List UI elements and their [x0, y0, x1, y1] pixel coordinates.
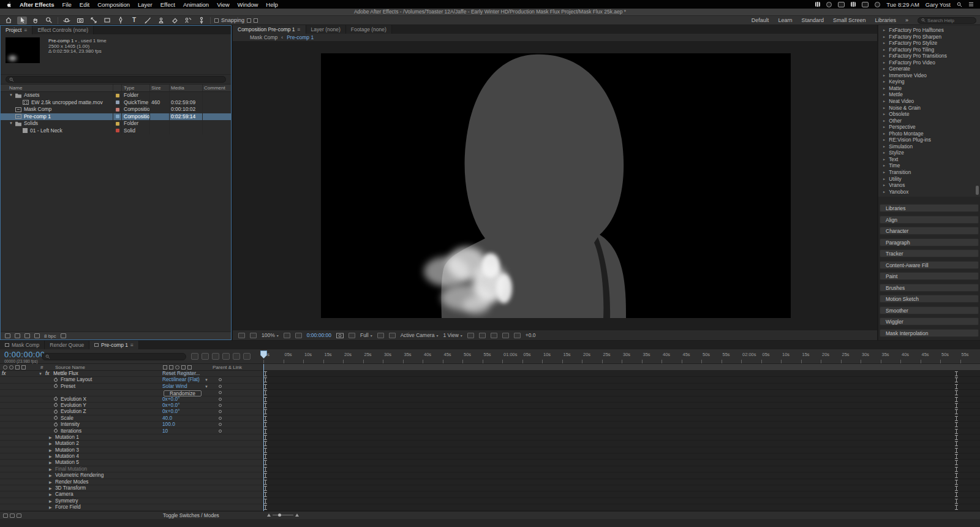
reset-exposure-icon[interactable]	[514, 333, 521, 338]
menubar-item[interactable]: After Effects	[20, 1, 55, 8]
property-label[interactable]: Preset	[61, 384, 75, 390]
property-group-row[interactable]: ▶ Final Mutation	[0, 466, 980, 472]
workspace-overflow-button[interactable]: »	[905, 17, 908, 23]
property-group-row[interactable]: ▶ Mutation 5	[0, 460, 980, 466]
pen-tool-icon[interactable]	[116, 17, 126, 25]
panel-menu-icon[interactable]: ≡	[130, 342, 134, 348]
effects-category-row[interactable]: Noise & Grain	[878, 105, 980, 112]
toggle-switches-modes-button[interactable]: Toggle Switches / Modes	[163, 512, 219, 520]
effect-property-row[interactable]: Frame Layout Rectilinear (Flat) ▼	[0, 377, 980, 383]
item-name[interactable]: Assets	[24, 92, 40, 99]
twirl-right-icon[interactable]: ▶	[49, 441, 52, 447]
zoom-thumb[interactable]	[278, 514, 281, 517]
resolution-dropdown[interactable]: Full▾	[360, 332, 372, 338]
collapsed-panel-header[interactable]: Brushes	[880, 284, 979, 292]
label-color-swatch[interactable]	[116, 129, 119, 132]
group-label[interactable]: 3D Transform	[55, 485, 86, 491]
twirl-right-icon[interactable]: ▶	[49, 473, 52, 479]
property-value[interactable]: Solar Wind	[162, 384, 187, 390]
effect-property-row[interactable]: Intensity 100.0 ▼	[0, 422, 980, 428]
motion-blur-column-icon[interactable]	[187, 365, 192, 370]
workspace-button[interactable]: Libraries	[875, 17, 896, 23]
playhead-line[interactable]	[263, 364, 264, 511]
puppet-pin-tool-icon[interactable]	[197, 17, 206, 25]
brush-tool-icon[interactable]	[143, 17, 153, 25]
effects-category-row[interactable]: Neat Video	[878, 98, 980, 105]
effect-property-row[interactable]: Scale 40.0 ▼	[0, 415, 980, 422]
effect-register-button[interactable]: Register...	[177, 371, 200, 377]
effects-category-row[interactable]: Stylize	[878, 150, 980, 156]
effects-category-row[interactable]: Generate	[878, 66, 980, 72]
twirl-right-icon[interactable]: ▶	[49, 435, 52, 441]
timeline-search-box[interactable]	[42, 353, 186, 360]
property-value[interactable]: 0x+0.0°	[162, 409, 179, 415]
stopwatch-icon[interactable]	[54, 429, 58, 433]
include-toggle-icon[interactable]	[219, 404, 222, 407]
fast-previews-icon[interactable]	[479, 333, 486, 338]
exposure-value[interactable]: +0.0	[526, 332, 536, 338]
effects-category-row[interactable]: Immersive Video	[878, 72, 980, 79]
project-column-header[interactable]: Name Type Size Media Duration Comment	[1, 85, 231, 92]
effects-category-row[interactable]: FxFactory Pro Stylize	[878, 40, 980, 47]
column-parent-link[interactable]: Parent & Link	[213, 364, 242, 371]
collapsed-panel-header[interactable]: Tracker	[880, 249, 979, 257]
effect-reset-button[interactable]: Reset	[162, 371, 176, 377]
zoom-level-dropdown[interactable]: 100%▾	[262, 332, 279, 338]
graph-editor-icon[interactable]	[243, 353, 251, 360]
expand-layer-switches-icon[interactable]	[3, 514, 8, 518]
twirl-right-icon[interactable]: ▶	[49, 460, 52, 466]
magnification-icon[interactable]	[250, 333, 257, 338]
twirl-right-icon[interactable]: ▶	[49, 505, 52, 511]
twirl-right-icon[interactable]: ▶	[49, 448, 52, 454]
twirl-right-icon[interactable]: ▶	[49, 454, 52, 460]
effect-column-icon[interactable]	[181, 365, 186, 370]
property-value[interactable]: 0x+0.0°	[162, 403, 179, 409]
project-row[interactable]: ▼ 01 - Left Neck Solid	[1, 127, 231, 135]
effects-category-row[interactable]: Obsolete	[878, 111, 980, 118]
dropdown-arrow-icon[interactable]: ▼	[205, 384, 208, 390]
orbit-camera-tool-icon[interactable]	[62, 17, 72, 25]
new-folder-icon[interactable]	[15, 333, 20, 338]
column-name[interactable]: Name	[1, 85, 113, 91]
project-row[interactable]: ▼ EW 2.5k uncropped matte.mov QuickTime …	[1, 99, 231, 107]
collapsed-panel-header[interactable]: Character	[880, 227, 979, 235]
group-label[interactable]: Render Modes	[55, 479, 88, 485]
project-row[interactable]: ▼ Solids Folder	[1, 120, 231, 127]
collapsed-panel-header[interactable]: Align	[880, 216, 979, 224]
stopwatch-icon[interactable]	[54, 410, 58, 414]
status-app-icon[interactable]	[838, 2, 845, 7]
project-search-box[interactable]	[6, 76, 226, 83]
effects-category-row[interactable]: Utility	[878, 176, 980, 183]
hide-shy-layers-icon[interactable]	[212, 353, 219, 360]
audio-switch-icon[interactable]	[9, 365, 13, 370]
interpret-footage-icon[interactable]	[5, 333, 10, 338]
twirl-right-icon[interactable]: ▶	[49, 480, 52, 486]
effects-list-scrollbar[interactable]	[976, 186, 979, 195]
home-tool-icon[interactable]	[4, 17, 13, 25]
effects-category-row[interactable]: Simulation	[878, 143, 980, 150]
twirl-right-icon[interactable]: ▶	[49, 467, 52, 473]
pan-behind-tool-icon[interactable]	[89, 17, 99, 25]
zoom-out-icon[interactable]	[267, 514, 271, 517]
dropdown-arrow-icon[interactable]: ▼	[205, 377, 208, 384]
breadcrumb-parent[interactable]: Mask Comp	[250, 34, 277, 40]
property-label[interactable]: Scale	[61, 415, 74, 422]
viewport-current-time[interactable]: 0:00:00:00	[307, 332, 331, 338]
include-toggle-icon[interactable]	[219, 385, 222, 388]
status-network-graph-icon[interactable]	[851, 2, 856, 7]
property-value[interactable]: 0x+0.0°	[162, 396, 179, 403]
region-of-interest-icon[interactable]	[377, 333, 384, 338]
property-value[interactable]: Rectilinear (Flat)	[162, 377, 200, 383]
property-group-row[interactable]: ▶ 3D Transform	[0, 485, 980, 491]
composition-stage[interactable]	[321, 53, 791, 318]
project-row[interactable]: ▼ Mask Comp Composition 0:00:10:02	[1, 106, 231, 113]
menubar-item[interactable]: Help	[266, 1, 278, 8]
collapsed-panel-header[interactable]: Mask Interpolation	[880, 329, 979, 337]
include-toggle-icon[interactable]	[219, 398, 222, 401]
menubar-item[interactable]: Layer	[138, 1, 153, 8]
effects-category-row[interactable]: RE:Vision Plug-ins	[878, 137, 980, 143]
effects-category-row[interactable]: Mettle	[878, 91, 980, 98]
collapse-column-icon[interactable]	[169, 365, 173, 370]
timeline-tab[interactable]: Pre-comp 1 ≡	[89, 341, 139, 349]
effects-category-row[interactable]: FxFactory Pro Sharpen	[878, 34, 980, 40]
